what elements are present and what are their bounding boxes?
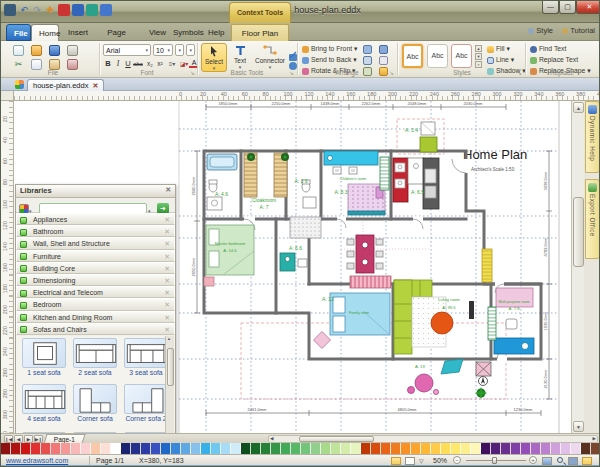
color-swatch[interactable] xyxy=(561,443,571,454)
color-swatch[interactable] xyxy=(521,443,531,454)
library-item-bedroom[interactable]: Bedroom✕ xyxy=(16,298,175,310)
color-swatch[interactable] xyxy=(501,443,511,454)
library-item-kitchen-and-dining-room[interactable]: Kitchen and Dining Room✕ xyxy=(16,311,175,323)
color-swatch[interactable] xyxy=(431,443,441,454)
line-tool-icon[interactable] xyxy=(289,45,297,53)
arrange-dialog-launcher[interactable]: ↘ xyxy=(389,69,394,76)
color-swatch[interactable] xyxy=(241,443,251,454)
basic-tools-dialog-launcher[interactable]: ↘ xyxy=(289,69,294,76)
color-swatch[interactable] xyxy=(461,443,471,454)
first-page-icon[interactable]: ❙◀ xyxy=(4,435,13,443)
library-item-furniture[interactable]: Furniture✕ xyxy=(16,250,175,262)
zoom-slider-thumb[interactable] xyxy=(492,457,497,464)
color-swatch[interactable] xyxy=(351,443,361,454)
close-panel-icon[interactable]: ✕ xyxy=(165,186,171,194)
shape-4-seat-sofa[interactable]: 4 seat sofa xyxy=(21,384,67,422)
color-swatch[interactable] xyxy=(41,443,51,454)
color-swatch[interactable] xyxy=(1,443,11,454)
color-swatch[interactable] xyxy=(101,443,111,454)
pan-icon[interactable] xyxy=(568,457,578,465)
style-sample-3[interactable]: Abc xyxy=(451,44,472,68)
color-swatch[interactable] xyxy=(141,443,151,454)
close-button[interactable]: ✕ xyxy=(576,1,600,14)
page-layout-view-icon[interactable] xyxy=(405,457,415,465)
style-menu[interactable]: Style xyxy=(528,26,553,35)
ribbon-tab-insert[interactable]: Insert xyxy=(61,24,92,41)
library-item-building-core[interactable]: Building Core✕ xyxy=(16,262,175,274)
plan-title[interactable]: Home Plan xyxy=(463,147,527,162)
color-swatch[interactable] xyxy=(541,443,551,454)
remove-library-icon[interactable]: ✕ xyxy=(164,299,170,310)
library-item-sofas-and-chairs[interactable]: Sofas and Chairs✕ xyxy=(16,323,175,335)
shape-corner-sofa[interactable]: Corner sofa xyxy=(72,384,118,422)
remove-library-icon[interactable]: ✕ xyxy=(164,226,170,237)
color-swatch[interactable] xyxy=(111,443,121,454)
scroll-down-icon[interactable]: ▼ xyxy=(573,421,584,432)
color-swatch[interactable] xyxy=(591,443,600,454)
line-button[interactable]: Line ▾ xyxy=(487,56,514,64)
color-swatch[interactable] xyxy=(451,443,461,454)
ribbon-tab-file[interactable]: File xyxy=(6,24,31,41)
color-swatch[interactable] xyxy=(401,443,411,454)
remove-library-icon[interactable]: ✕ xyxy=(164,263,170,274)
color-swatch[interactable] xyxy=(341,443,351,454)
document-tab[interactable]: house-plan.eddx✕ xyxy=(27,79,104,91)
color-swatch[interactable] xyxy=(151,443,161,454)
libraries-panel-header[interactable]: Libraries✕ xyxy=(16,185,175,198)
full-screen-icon[interactable] xyxy=(582,457,592,465)
color-swatch[interactable] xyxy=(441,443,451,454)
grid-guides-icon[interactable] xyxy=(379,56,388,65)
remove-library-icon[interactable]: ✕ xyxy=(164,275,170,286)
zoom-area-icon[interactable] xyxy=(557,457,563,463)
font-family-select[interactable]: Arial▾ xyxy=(103,44,151,56)
style-sample-2[interactable]: Abc xyxy=(427,44,448,68)
shape-2-seat-sofa[interactable]: 2 seat sofa xyxy=(72,338,118,376)
color-swatch[interactable] xyxy=(311,443,321,454)
color-swatch[interactable] xyxy=(511,443,521,454)
maximize-button[interactable]: ▢ xyxy=(559,1,576,14)
connector-tool-button[interactable]: Connector▾ xyxy=(253,43,287,72)
library-item-dimensioning[interactable]: Dimensioning✕ xyxy=(16,274,175,286)
bring-to-front-button[interactable]: Bring to Front ▾ xyxy=(302,45,357,53)
color-swatch[interactable] xyxy=(11,443,21,454)
font-size-select[interactable]: 10▾ xyxy=(153,44,173,56)
list-style-dropdown[interactable]: ▾ xyxy=(186,44,195,56)
style-gallery-scroller[interactable]: ▲ ▼ ▿ xyxy=(475,45,482,69)
remove-library-icon[interactable]: ✕ xyxy=(164,238,170,249)
color-swatch[interactable] xyxy=(421,443,431,454)
color-swatch[interactable] xyxy=(491,443,501,454)
color-swatch[interactable] xyxy=(191,443,201,454)
ribbon-tab-home[interactable]: Home xyxy=(31,24,59,41)
color-swatch[interactable] xyxy=(161,443,171,454)
color-swatch[interactable] xyxy=(321,443,331,454)
color-swatch[interactable] xyxy=(531,443,541,454)
color-swatch[interactable] xyxy=(551,443,561,454)
color-swatch[interactable] xyxy=(131,443,141,454)
distribute-icon[interactable] xyxy=(363,56,372,65)
prev-page-icon[interactable]: ◀ xyxy=(14,435,23,443)
color-swatch[interactable] xyxy=(471,443,481,454)
last-page-icon[interactable]: ▶❙ xyxy=(34,435,43,443)
color-swatch[interactable] xyxy=(581,443,591,454)
color-swatch[interactable] xyxy=(71,443,81,454)
font-dialog-launcher[interactable]: ↘ xyxy=(190,69,195,76)
color-swatch[interactable] xyxy=(81,443,91,454)
color-swatch[interactable] xyxy=(571,443,581,454)
remove-library-icon[interactable]: ✕ xyxy=(164,287,170,298)
zoom-slider[interactable] xyxy=(466,460,526,461)
color-swatch[interactable] xyxy=(51,443,61,454)
align-icon[interactable] xyxy=(363,45,372,54)
color-swatch[interactable] xyxy=(231,443,241,454)
color-swatch[interactable] xyxy=(481,443,491,454)
color-swatch[interactable] xyxy=(381,443,391,454)
color-swatch[interactable] xyxy=(261,443,271,454)
color-swatch[interactable] xyxy=(221,443,231,454)
color-swatch[interactable] xyxy=(121,443,131,454)
vertical-scrollbar[interactable]: ▲ ▼ xyxy=(571,101,584,433)
color-swatch[interactable] xyxy=(171,443,181,454)
next-page-icon[interactable]: ▶ xyxy=(24,435,33,443)
find-text-button[interactable]: Find Text xyxy=(530,45,566,53)
remove-library-icon[interactable]: ✕ xyxy=(164,324,170,335)
normal-view-icon[interactable] xyxy=(391,457,401,465)
tutorial-menu[interactable]: Tutorial xyxy=(562,26,595,35)
